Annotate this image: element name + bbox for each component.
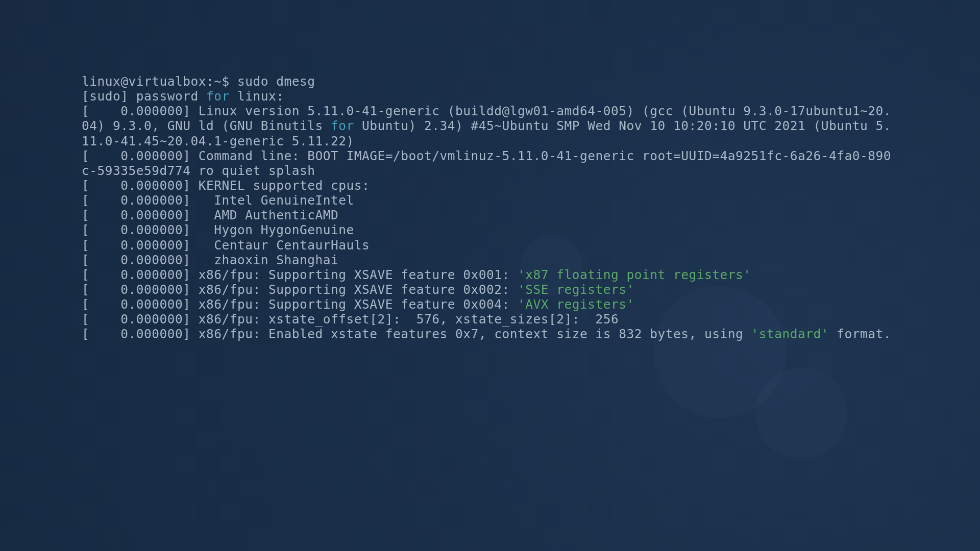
dmesg-line-xstate: [ 0.000000] x86/fpu: xstate_offset[2]: 5… (82, 312, 619, 327)
dmesg-line-cpu-centaur: [ 0.000000] Centaur CentaurHauls (82, 238, 370, 253)
dmesg-line-cpu-intel: [ 0.000000] Intel GenuineIntel (82, 193, 354, 208)
dmesg-line-enabled-xstate: [ 0.000000] x86/fpu: Enabled xstate feat… (82, 327, 891, 341)
dmesg-line-linux-version: [ 0.000000] Linux version 5.11.0-41-gene… (82, 104, 891, 148)
dmesg-line-fpu-avx: [ 0.000000] x86/fpu: Supporting XSAVE fe… (82, 297, 634, 312)
dmesg-line-fpu-sse: [ 0.000000] x86/fpu: Supporting XSAVE fe… (82, 282, 634, 297)
sudo-password-prompt: [sudo] password for linux: (82, 89, 284, 104)
dmesg-line-cpu-hygon: [ 0.000000] Hygon HygonGenuine (82, 222, 354, 237)
command-text: sudo dmesg (237, 74, 315, 89)
shell-prompt: linux@virtualbox:~$ (82, 74, 237, 89)
dmesg-line-cpu-amd: [ 0.000000] AMD AuthenticAMD (82, 208, 338, 222)
dmesg-line-kernel-cpus: [ 0.000000] KERNEL supported cpus: (82, 178, 370, 193)
dmesg-line-cpu-zhaoxin: [ 0.000000] zhaoxin Shanghai (82, 253, 338, 267)
dmesg-line-fpu-x87: [ 0.000000] x86/fpu: Supporting XSAVE fe… (82, 267, 751, 282)
dmesg-line-cmdline: [ 0.000000] Command line: BOOT_IMAGE=/bo… (82, 148, 891, 178)
terminal-output[interactable]: linux@virtualbox:~$ sudo dmesg [sudo] pa… (0, 0, 980, 342)
